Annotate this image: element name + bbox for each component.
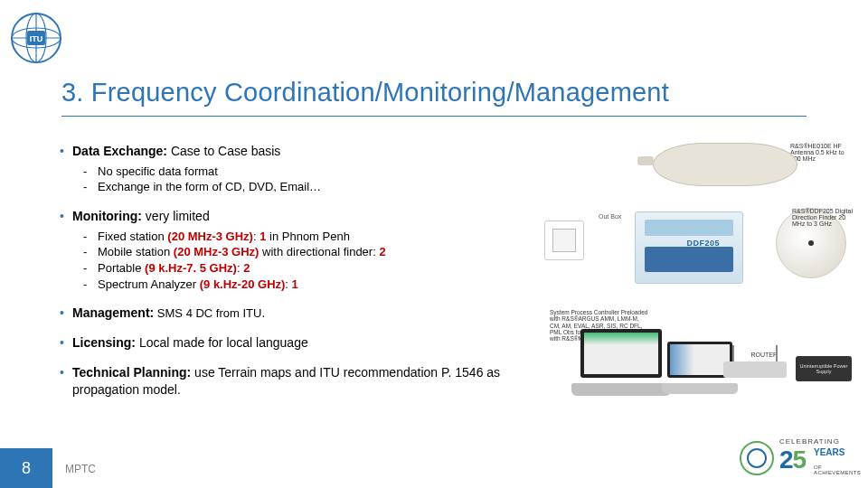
count: 1: [292, 277, 298, 291]
laurel-globe-icon: [740, 441, 774, 475]
equipment-diagram: R&S®HE010E HF Antenna 0.5 kHz to 100 MHz…: [544, 143, 852, 405]
label-rack-model: DDF205: [686, 239, 720, 248]
sub-item: Spectrum Analyzer (9 k.Hz-20 GHz): 1: [72, 277, 542, 293]
hf-antenna-icon: [653, 143, 797, 186]
sub-item: Portable (9 k.Hz-7. 5 GHz): 2: [72, 260, 542, 277]
count: 2: [243, 261, 250, 275]
badge-years: YEARS: [814, 448, 844, 457]
range: (9 k.Hz-7. 5 GHz): [145, 261, 237, 275]
bullet-monitoring: Monitoring: very limited Fixed station (…: [72, 208, 542, 292]
footer-text: MPTC: [65, 463, 96, 475]
bullet-lead: Management:: [72, 305, 154, 320]
router-icon: [723, 361, 787, 378]
txt: Fixed station: [98, 230, 167, 243]
txt: Mobile station: [98, 245, 174, 258]
sublist: Fixed station (20 MHz-3 GHz): 1 in Phnom…: [72, 229, 542, 292]
sub-item: Mobile station (20 MHz-3 GHz) with direc…: [72, 244, 542, 260]
rack-receiver-icon: [635, 211, 743, 284]
page-number: 8: [0, 448, 52, 488]
range: (20 MHz-3 GHz): [174, 245, 259, 258]
bullet-text: SMS 4 DC from ITU.: [154, 306, 265, 320]
laptop-primary-icon: [571, 329, 671, 396]
bullet-data-exchange: Data Exchange: Case to Case basis No spe…: [72, 143, 542, 195]
txt: :: [285, 277, 291, 291]
title-underline: [61, 116, 807, 117]
label-router: ROUTER: [750, 352, 778, 358]
content-column: Data Exchange: Case to Case basis No spe…: [72, 143, 542, 399]
page-title: 3. Frequency Coordination/Monitoring/Man…: [61, 78, 669, 108]
sub-item: Exchange in the form of CD, DVD, Email…: [72, 179, 542, 195]
badge-25: 25: [779, 446, 806, 474]
txt: in Phnom Penh: [266, 230, 350, 243]
svg-text:ITU: ITU: [30, 34, 43, 43]
label-hf-antenna: R&S®HE010E HF Antenna 0.5 kHz to 100 MHz: [790, 143, 854, 162]
sublist: No specific data format Exchange in the …: [72, 164, 542, 195]
bullet-management: Management: SMS 4 DC from ITU.: [72, 305, 542, 322]
bullet-lead: Licensing:: [72, 335, 136, 350]
label-df-antenna: R&S®DDF205 Digital Direction Finder 20 M…: [792, 208, 855, 227]
itu-logo: ITU: [7, 9, 65, 67]
patch-panel-icon: [544, 221, 584, 260]
sub-item: Fixed station (20 MHz-3 GHz): 1 in Phnom…: [72, 229, 542, 245]
range: (20 MHz-3 GHz): [167, 230, 253, 243]
bullet-lead: Monitoring:: [72, 209, 142, 223]
bullet-text: Local made for local language: [136, 335, 308, 350]
bullet-text: very limited: [142, 209, 210, 223]
label-ups: Uninterruptible Power Supply: [797, 363, 850, 374]
txt: with directional finder:: [259, 245, 379, 258]
count: 2: [379, 245, 385, 258]
range: (9 k.Hz-20 GHz): [200, 277, 286, 291]
globe-icon: ITU: [7, 9, 65, 67]
txt: Portable: [98, 261, 145, 275]
bullet-lead: Data Exchange:: [72, 144, 167, 158]
txt: Spectrum Analyzer: [98, 277, 200, 291]
label-outbox: Out Box: [599, 213, 621, 220]
badge-of-achievements: OF ACHIEVEMENTS: [814, 465, 861, 475]
slide: ITU 3. Frequency Coordination/Monitoring…: [0, 0, 868, 488]
itu-25-years-badge: CELEBRATING 25 YEARS OF ACHIEVEMENTS: [740, 437, 855, 479]
bullet-text: Case to Case basis: [167, 144, 280, 158]
bullet-technical-planning: Technical Planning: use Terrain maps and…: [72, 364, 542, 399]
sub-item: No specific data format: [72, 164, 542, 180]
bullet-lead: Technical Planning:: [72, 365, 191, 380]
bullet-licensing: Licensing: Local made for local language: [72, 334, 542, 352]
badge-celebrating: CELEBRATING: [779, 437, 840, 446]
